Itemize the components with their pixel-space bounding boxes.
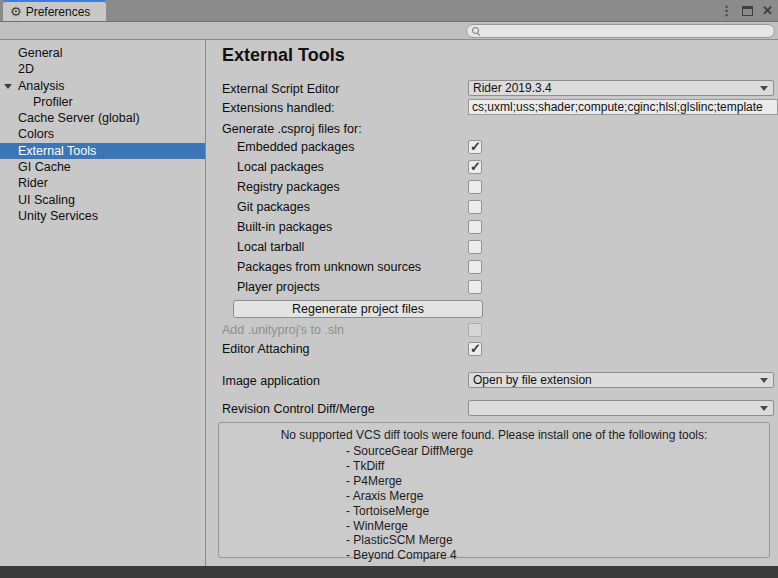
sidebar-item-external-tools[interactable]: External Tools bbox=[0, 143, 205, 159]
csproj-item-label: Git packages bbox=[237, 200, 310, 214]
sidebar-item-gi-cache[interactable]: GI Cache bbox=[0, 159, 205, 175]
csproj-item-label: Local packages bbox=[237, 160, 324, 174]
image-application-value: Open by file extension bbox=[473, 373, 592, 387]
tab-preferences[interactable]: ⚙ Preferences bbox=[3, 0, 106, 21]
kebab-menu-icon[interactable]: ⋮ bbox=[720, 3, 733, 18]
vcs-tool-item: - Araxis Merge bbox=[346, 489, 473, 504]
sidebar-item-profiler[interactable]: Profiler bbox=[0, 94, 205, 110]
window-bottom-edge bbox=[0, 566, 778, 578]
close-icon[interactable]: ✕ bbox=[762, 3, 773, 18]
checkbox-git-packages[interactable] bbox=[468, 200, 482, 214]
maximize-icon[interactable] bbox=[742, 6, 753, 16]
checkbox-local-packages[interactable] bbox=[468, 160, 482, 174]
script-editor-label: External Script Editor bbox=[222, 82, 339, 96]
foldout-arrow-icon[interactable] bbox=[4, 84, 12, 89]
sidebar-item-2d[interactable]: 2D bbox=[0, 61, 205, 77]
tab-title: Preferences bbox=[26, 5, 91, 19]
vcs-tool-item: - TkDiff bbox=[346, 459, 473, 474]
sidebar-item-general[interactable]: General bbox=[0, 45, 205, 61]
search-input[interactable] bbox=[481, 25, 774, 37]
vcs-help-box: No supported VCS diff tools were found. … bbox=[218, 422, 770, 558]
vcs-tool-item: - Beyond Compare 4 bbox=[346, 548, 473, 563]
checkbox-unknown-sources[interactable] bbox=[468, 260, 482, 274]
vcs-tool-item: - PlasticSCM Merge bbox=[346, 533, 473, 548]
checkbox-embedded-packages[interactable] bbox=[468, 140, 482, 154]
sidebar-item-rider[interactable]: Rider bbox=[0, 175, 205, 191]
checkbox-registry-packages[interactable] bbox=[468, 180, 482, 194]
add-unityproj-label: Add .unityproj's to .sln bbox=[222, 323, 344, 337]
editor-attaching-label: Editor Attaching bbox=[222, 342, 310, 356]
script-editor-dropdown[interactable]: Rider 2019.3.4 bbox=[468, 80, 774, 96]
toolbar bbox=[0, 21, 778, 40]
csproj-item-label: Local tarball bbox=[237, 240, 304, 254]
revision-control-dropdown[interactable] bbox=[468, 400, 774, 416]
script-editor-value: Rider 2019.3.4 bbox=[473, 81, 552, 95]
main-panel: External Tools External Script Editor Ri… bbox=[206, 40, 778, 566]
csproj-item-label: Embedded packages bbox=[237, 140, 354, 154]
search-box[interactable] bbox=[466, 24, 775, 38]
vcs-help-intro: No supported VCS diff tools were found. … bbox=[219, 428, 769, 442]
preferences-window: ⚙ Preferences ⋮ ✕ General 2D Analysis Pr… bbox=[0, 0, 778, 578]
image-application-dropdown[interactable]: Open by file extension bbox=[468, 372, 774, 388]
revision-control-label: Revision Control Diff/Merge bbox=[222, 402, 375, 416]
sidebar-item-ui-scaling[interactable]: UI Scaling bbox=[0, 192, 205, 208]
sidebar-item-colors[interactable]: Colors bbox=[0, 126, 205, 142]
window-controls: ⋮ ✕ bbox=[720, 0, 773, 21]
search-icon bbox=[472, 27, 481, 36]
csproj-item-label: Packages from unknown sources bbox=[237, 260, 421, 274]
checkbox-local-tarball[interactable] bbox=[468, 240, 482, 254]
page-title: External Tools bbox=[222, 45, 345, 66]
image-application-label: Image application bbox=[222, 374, 320, 388]
vcs-tool-item: - TortoiseMerge bbox=[346, 504, 473, 519]
csproj-section-label: Generate .csproj files for: bbox=[222, 122, 362, 136]
checkbox-player-projects[interactable] bbox=[468, 280, 482, 294]
csproj-item-label: Built-in packages bbox=[237, 220, 332, 234]
csproj-item-label: Player projects bbox=[237, 280, 320, 294]
extensions-label: Extensions handled: bbox=[222, 101, 335, 115]
sidebar-item-unity-services[interactable]: Unity Services bbox=[0, 208, 205, 224]
gear-icon: ⚙ bbox=[10, 5, 22, 18]
vcs-tool-item: - P4Merge bbox=[346, 474, 473, 489]
sidebar-item-label: Analysis bbox=[18, 79, 65, 93]
checkbox-add-unityproj bbox=[468, 323, 482, 337]
dropdown-arrow-icon bbox=[760, 378, 768, 383]
sidebar: General 2D Analysis Profiler Cache Serve… bbox=[0, 40, 205, 566]
csproj-item-label: Registry packages bbox=[237, 180, 340, 194]
sidebar-item-cache-server[interactable]: Cache Server (global) bbox=[0, 110, 205, 126]
extensions-input[interactable]: cs;uxml;uss;shader;compute;cginc;hlsl;gl… bbox=[468, 99, 778, 115]
title-bar: ⚙ Preferences ⋮ ✕ bbox=[0, 0, 778, 21]
dropdown-arrow-icon bbox=[760, 406, 768, 411]
checkbox-editor-attaching[interactable] bbox=[468, 342, 482, 356]
regenerate-project-files-button[interactable]: Regenerate project files bbox=[233, 300, 483, 318]
dropdown-arrow-icon bbox=[760, 86, 768, 91]
sidebar-item-analysis[interactable]: Analysis bbox=[0, 78, 205, 94]
vcs-tool-item: - WinMerge bbox=[346, 519, 473, 534]
checkbox-builtin-packages[interactable] bbox=[468, 220, 482, 234]
vcs-tool-list: - SourceGear DiffMerge - TkDiff - P4Merg… bbox=[346, 444, 473, 563]
vcs-tool-item: - SourceGear DiffMerge bbox=[346, 444, 473, 459]
